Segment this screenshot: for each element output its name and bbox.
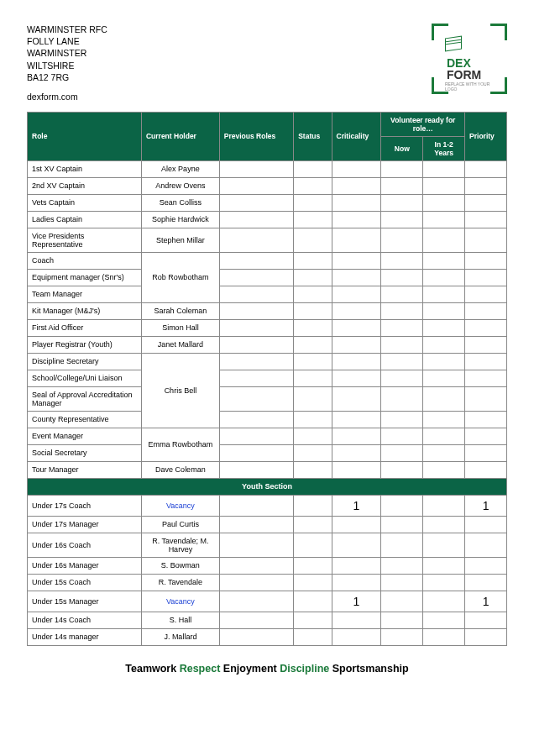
cell-holder: Janet Mallard <box>141 336 219 353</box>
table-row: CoachRob Rowbotham <box>28 252 507 269</box>
col-crit: Criticality <box>332 112 381 160</box>
col-now: Now <box>381 136 423 160</box>
cell-prio <box>465 252 507 269</box>
cell-holder: Sarah Coleman <box>141 302 219 319</box>
cell-prio <box>465 516 507 533</box>
cell-status <box>294 495 332 516</box>
cell-prio <box>465 444 507 461</box>
cell-prev <box>219 269 293 286</box>
cell-prev <box>219 444 293 461</box>
cell-role: 1st XV Captain <box>28 160 142 177</box>
cell-years <box>423 177 465 194</box>
logo-stack-icon <box>445 36 462 52</box>
table-row: Kit Manager (M&J's)Sarah Coleman <box>28 302 507 319</box>
cell-role: Vets Captain <box>28 194 142 211</box>
cell-holder: Vacancy <box>141 495 219 516</box>
cell-prev <box>219 177 293 194</box>
cell-holder: S. Hall <box>141 612 219 628</box>
logo-text-form: FORM <box>447 69 481 81</box>
cell-now <box>381 228 423 252</box>
logo-tagline: REPLACE WITH YOUR LOGO <box>445 81 497 92</box>
table-row: Ladies CaptainSophie Hardwick <box>28 211 507 228</box>
cell-prev <box>219 353 293 370</box>
cell-crit <box>332 353 381 370</box>
table-row: Under 16s ManagerS. Bowman <box>28 557 507 574</box>
cell-role: Under 14s Coach <box>28 612 142 628</box>
cell-prev <box>219 557 293 574</box>
cell-years <box>423 628 465 645</box>
cell-crit <box>332 286 381 302</box>
cell-years <box>423 516 465 533</box>
table-row: 1st XV CaptainAlex Payne <box>28 160 507 177</box>
cell-crit <box>332 461 381 478</box>
cell-role: Under 16s Manager <box>28 557 142 574</box>
cell-years <box>423 336 465 353</box>
cell-role: School/College/Uni Liaison <box>28 370 142 386</box>
cell-prev <box>219 386 293 411</box>
youth-section-header: Youth Section <box>28 478 507 495</box>
cell-crit <box>332 319 381 336</box>
cell-status <box>294 336 332 353</box>
cell-years <box>423 612 465 628</box>
cell-prio <box>465 269 507 286</box>
cell-status <box>294 386 332 411</box>
cell-prio <box>465 177 507 194</box>
cell-status <box>294 353 332 370</box>
cell-role: Vice Presidents Representative <box>28 228 142 252</box>
cell-status <box>294 533 332 557</box>
cell-holder: R. Tavendale <box>141 574 219 591</box>
website-text: dexform.com <box>27 92 107 102</box>
cell-now <box>381 444 423 461</box>
cell-role: Under 17s Manager <box>28 516 142 533</box>
cell-crit <box>332 269 381 286</box>
cell-holder: Sophie Hardwick <box>141 211 219 228</box>
cell-prio <box>465 228 507 252</box>
table-row: Under 17s ManagerPaul Curtis <box>28 516 507 533</box>
cell-years <box>423 228 465 252</box>
cell-holder: Sean Colliss <box>141 194 219 211</box>
cell-now <box>381 353 423 370</box>
cell-now <box>381 269 423 286</box>
cell-prev <box>219 495 293 516</box>
roles-table: Role Current Holder Previous Roles Statu… <box>27 112 507 646</box>
cell-now <box>381 461 423 478</box>
cell-role: Seal of Approval Accreditation Manager <box>28 386 142 411</box>
table-row: Vice Presidents RepresentativeStephen Mi… <box>28 228 507 252</box>
cell-crit <box>332 160 381 177</box>
cell-role: Under 15s Manager <box>28 591 142 612</box>
col-prev: Previous Roles <box>219 112 293 160</box>
cell-role: Social Secretary <box>28 444 142 461</box>
cell-now <box>381 194 423 211</box>
cell-status <box>294 194 332 211</box>
cell-years <box>423 444 465 461</box>
cell-prev <box>219 302 293 319</box>
cell-years <box>423 160 465 177</box>
cell-role: First Aid Officer <box>28 319 142 336</box>
cell-years <box>423 194 465 211</box>
cell-crit <box>332 444 381 461</box>
cell-crit <box>332 574 381 591</box>
table-row: School/College/Uni Liaison <box>28 370 507 386</box>
col-role: Role <box>28 112 142 160</box>
cell-role: Team Manager <box>28 286 142 302</box>
cell-crit <box>332 336 381 353</box>
document-header: WARMINSTER RFC FOLLY LANE WARMINSTER WIL… <box>27 24 507 102</box>
cell-prio <box>465 533 507 557</box>
cell-prev <box>219 252 293 269</box>
table-row: Team Manager <box>28 286 507 302</box>
cell-years <box>423 353 465 370</box>
main-section-body: 1st XV CaptainAlex Payne2nd XV CaptainAn… <box>28 160 507 478</box>
cell-prio <box>465 461 507 478</box>
table-row: Player Registrar (Youth)Janet Mallard <box>28 336 507 353</box>
motto-word: Respect <box>180 663 221 675</box>
cell-now <box>381 495 423 516</box>
cell-holder: J. Mallard <box>141 628 219 645</box>
cell-prio <box>465 628 507 645</box>
cell-crit <box>332 612 381 628</box>
col-years: In 1-2 Years <box>423 136 465 160</box>
cell-crit <box>332 516 381 533</box>
section-label: Youth Section <box>28 478 507 495</box>
cell-now <box>381 252 423 269</box>
cell-now <box>381 319 423 336</box>
cell-prev <box>219 533 293 557</box>
